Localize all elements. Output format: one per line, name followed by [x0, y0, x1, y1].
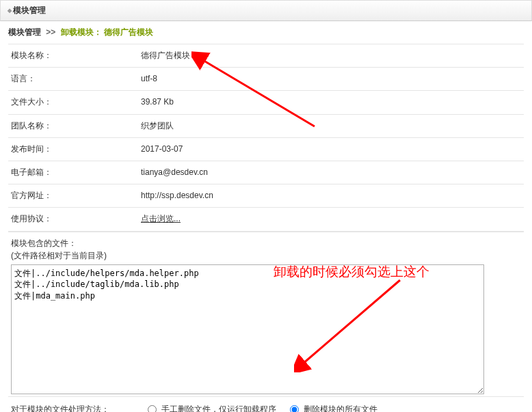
value-module-name: 德得广告模块 [141, 49, 521, 62]
row-language: 语言： utf-8 [8, 67, 524, 90]
breadcrumb-sep: >> [46, 27, 55, 37]
label-url: 官方网址： [11, 189, 141, 202]
link-license-view[interactable]: 点击浏览... [141, 214, 181, 223]
row-url: 官方网址： http://ssp.desdev.cn [8, 184, 524, 207]
row-date: 发布时间： 2017-03-07 [8, 137, 524, 161]
value-team: 织梦团队 [141, 120, 521, 133]
radio-delete-all-input[interactable] [290, 405, 299, 412]
row-filesize: 文件大小： 39.87 Kb [8, 90, 524, 113]
row-license: 使用协议： 点击浏览... [8, 207, 524, 231]
row-module-name: 模块名称： 德得广告模块 [8, 44, 524, 67]
label-date: 发布时间： [11, 143, 141, 156]
files-label-line2: (文件路径相对于当前目录) [11, 249, 521, 262]
value-url: http://ssp.desdev.cn [141, 189, 521, 202]
files-textarea[interactable] [11, 264, 484, 394]
label-license: 使用协议： [11, 212, 141, 225]
value-language: utf-8 [141, 72, 521, 85]
value-filesize: 39.87 Kb [141, 96, 521, 109]
row-email: 电子邮箱： tianya@desdev.cn [8, 161, 524, 184]
breadcrumb-module: 德得广告模块 [104, 27, 153, 37]
value-email: tianya@desdev.cn [141, 166, 521, 179]
breadcrumb: 模块管理 >> 卸载模块： 德得广告模块 [0, 21, 532, 44]
files-label-line1: 模块包含的文件： [11, 237, 521, 249]
radio-manual-input[interactable] [148, 405, 157, 412]
radio-delete-all-text: 删除模块的所有文件 [304, 404, 377, 413]
page-header: 模块管理 [0, 0, 532, 21]
label-team: 团队名称： [11, 120, 141, 133]
label-file-handling: 对于模块的文件处理方法： [11, 404, 148, 413]
value-date: 2017-03-07 [141, 143, 521, 156]
breadcrumb-root[interactable]: 模块管理 [8, 27, 41, 37]
files-section-label: 模块包含的文件： (文件路径相对于当前目录) [8, 232, 524, 264]
breadcrumb-page: 卸载模块： [61, 27, 102, 37]
row-file-handling: 对于模块的文件处理方法： 手工删除文件，仅运行卸载程序 删除模块的所有文件 [8, 396, 524, 413]
radio-option-delete-all[interactable]: 删除模块的所有文件 [290, 404, 377, 413]
page-title: 模块管理 [13, 5, 46, 15]
radio-manual-text: 手工删除文件，仅运行卸载程序 [161, 404, 276, 413]
label-language: 语言： [11, 72, 141, 85]
label-filesize: 文件大小： [11, 96, 141, 109]
row-team: 团队名称： 织梦团队 [8, 114, 524, 137]
label-email: 电子邮箱： [11, 166, 141, 179]
label-module-name: 模块名称： [11, 49, 141, 62]
radio-option-manual[interactable]: 手工删除文件，仅运行卸载程序 [148, 404, 279, 413]
